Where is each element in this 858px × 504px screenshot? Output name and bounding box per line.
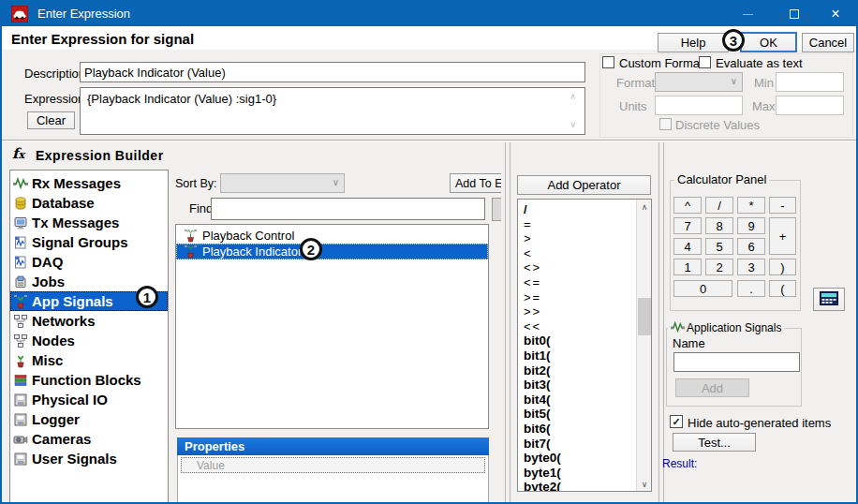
sidebar-item-nodes[interactable]: Nodes (10, 331, 168, 350)
operator-item[interactable]: bit7( (518, 437, 651, 452)
operator-item[interactable]: = (518, 217, 651, 232)
operator-item[interactable]: <= (518, 275, 651, 290)
sidebar-item-label: Physical IO (32, 392, 108, 408)
calc-key-close-paren[interactable]: ) (769, 259, 796, 275)
ok-button[interactable]: OK (740, 32, 797, 52)
calc-key-7[interactable]: 7 (673, 217, 702, 234)
maximize-icon (790, 9, 799, 19)
evaluate-as-text-checkbox[interactable] (699, 56, 711, 68)
sidebar-item-label: Function Blocks (32, 372, 141, 388)
sidebar-item-networks[interactable]: Networks (10, 311, 168, 331)
description-input[interactable] (80, 62, 585, 82)
operator-item[interactable]: <> (518, 260, 651, 275)
properties-row-value[interactable]: Value (181, 457, 485, 473)
minimize-button[interactable] (727, 0, 768, 28)
calc-key-5[interactable]: 5 (705, 238, 733, 255)
calc-key-2[interactable]: 2 (705, 259, 733, 275)
clear-button[interactable]: Clear (27, 111, 75, 129)
calc-key-9[interactable]: 9 (737, 217, 765, 234)
operator-item[interactable]: byte1( (518, 466, 651, 481)
calc-key-minus[interactable]: - (769, 197, 796, 214)
discrete-values-checkbox[interactable] (659, 118, 672, 130)
max-input[interactable] (776, 96, 844, 115)
operator-item[interactable]: bit1( (518, 348, 651, 363)
close-button[interactable]: × (815, 0, 856, 28)
help-button[interactable]: Help (658, 33, 729, 52)
operator-item[interactable]: bit4( (518, 393, 651, 408)
calc-key-8[interactable]: 8 (705, 217, 733, 234)
calc-key-4[interactable]: 4 (673, 238, 702, 255)
app-icon (11, 6, 28, 22)
format-dropdown[interactable]: ∨ (655, 72, 743, 92)
sidebar-item-user-signals[interactable]: User Signals (10, 449, 168, 468)
add-operator-button[interactable]: Add Operator (517, 175, 651, 195)
scroll-up-icon[interactable]: ∧ (637, 200, 652, 214)
calc-key-plus[interactable]: + (769, 217, 796, 255)
sidebar-item-daq[interactable]: DAQ (10, 252, 168, 272)
operator-item[interactable]: << (518, 319, 651, 334)
add-to-expression-button[interactable]: Add To Expression (450, 173, 501, 193)
sidebar-item-function-blocks[interactable]: Function Blocks (10, 370, 168, 390)
units-input[interactable] (655, 96, 743, 115)
units-label: Units (619, 99, 647, 113)
calc-key-caret[interactable]: ^ (673, 197, 702, 214)
calc-key-multiply[interactable]: * (737, 197, 765, 214)
calc-key-0[interactable]: 0 (673, 280, 732, 297)
maximize-button[interactable] (774, 0, 815, 28)
sidebar-item-database[interactable]: Database (10, 193, 168, 213)
calc-key-divide[interactable]: / (705, 197, 733, 214)
calculator-popup-button[interactable] (813, 288, 845, 311)
application-signals-title-text: Application Signals (687, 321, 781, 334)
custom-format-checkbox[interactable] (602, 56, 614, 68)
scroll-up-icon[interactable]: ∧ (570, 91, 576, 101)
calc-key-6[interactable]: 6 (737, 238, 765, 255)
calc-key-decimal[interactable]: . (737, 280, 765, 297)
sidebar-item-tx-messages[interactable]: Tx Messages (10, 213, 168, 232)
evaluate-as-text-label: Evaluate as text (716, 56, 803, 70)
operator-item[interactable]: < (518, 246, 651, 261)
add-button[interactable]: Add (675, 378, 749, 397)
operator-item[interactable]: bit3( (518, 378, 651, 393)
operator-item[interactable]: / (518, 202, 651, 217)
sidebar-item-cameras[interactable]: Cameras (10, 429, 168, 449)
sidebar-item-physical-io[interactable]: Physical IO (10, 390, 168, 409)
sort-by-dropdown[interactable]: ∨ (220, 173, 345, 193)
operator-item[interactable]: bit6( (518, 422, 651, 437)
name-input[interactable] (673, 352, 800, 372)
test-button[interactable]: Test... (673, 433, 756, 452)
operator-item[interactable]: bit5( (518, 407, 651, 422)
minimize-icon (743, 14, 753, 15)
sidebar-item-signal-groups[interactable]: Signal Groups (10, 232, 168, 252)
operator-item[interactable]: byte2( (518, 480, 651, 492)
expression-label: Expression (24, 92, 84, 106)
find-input[interactable] (211, 198, 485, 220)
plant-icon (184, 245, 198, 259)
min-input[interactable] (776, 72, 844, 92)
application-signals-title: Application Signals (668, 320, 784, 334)
scroll-down-icon[interactable]: ∨ (570, 119, 576, 129)
calc-key-open-paren[interactable]: ( (769, 280, 796, 297)
signal-flag-icon (13, 235, 28, 250)
sidebar-item-misc[interactable]: Misc (10, 350, 168, 370)
list-item-playback-control[interactable]: Playback Control (176, 228, 488, 244)
cancel-button[interactable]: Cancel (802, 33, 854, 52)
scroll-down-icon[interactable]: ∨ (637, 477, 652, 491)
sidebar-item-rx-messages[interactable]: Rx Messages (10, 173, 168, 193)
operator-item[interactable]: > (518, 231, 651, 246)
operator-item[interactable]: >= (518, 290, 651, 305)
operator-item[interactable]: bit2( (518, 363, 651, 378)
hide-auto-generated-checkbox[interactable] (670, 415, 683, 428)
sidebar-item-logger[interactable]: Logger (10, 409, 168, 429)
calc-key-3[interactable]: 3 (737, 259, 765, 275)
operator-item[interactable]: byte0( (518, 451, 651, 466)
operator-scrollbar[interactable]: ∧ ∨ (636, 200, 651, 491)
calc-key-1[interactable]: 1 (673, 259, 702, 275)
titlebar[interactable]: Enter Expression × (0, 0, 858, 28)
operator-item[interactable]: bit0( (518, 334, 651, 348)
expression-textarea[interactable]: {Playback Indicator (Value) :sig1-0} ∧ ∨ (80, 87, 585, 135)
list-item-playback-indicator[interactable]: Playback Indicator (176, 244, 488, 259)
operator-item[interactable]: >> (518, 304, 651, 319)
divider (510, 142, 510, 502)
scrollbar-thumb[interactable] (638, 298, 651, 335)
sidebar-item-label: DAQ (32, 254, 63, 270)
